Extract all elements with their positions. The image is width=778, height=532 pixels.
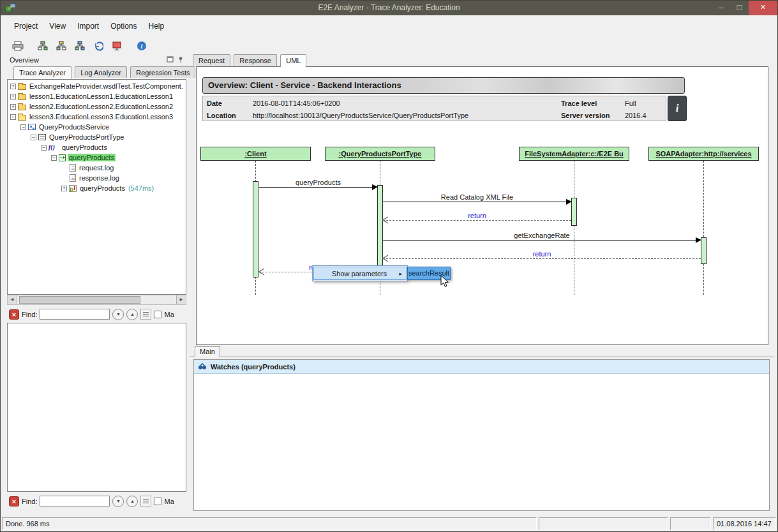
expand-icon[interactable]: + bbox=[10, 94, 16, 100]
date-value: 2016-08-01T14:45:06+0200 bbox=[253, 100, 561, 107]
collapse-icon[interactable]: − bbox=[51, 155, 57, 161]
menubar: Project View Import Options Help bbox=[1, 15, 777, 37]
log-icon bbox=[70, 164, 76, 172]
float-panel-icon[interactable] bbox=[167, 56, 174, 64]
message-return-soap[interactable]: return bbox=[383, 250, 701, 264]
diagram-info-table: Date 2016-08-01T14:45:06+0200 Trace leve… bbox=[202, 96, 666, 121]
undo-button[interactable] bbox=[90, 38, 107, 54]
tree-item[interactable]: +lesson2.EducationLesson2.EducationLesso… bbox=[8, 101, 186, 112]
lifeline-queryproductsporttype[interactable]: :QueryProductsPortType bbox=[325, 147, 435, 161]
find-options-icon[interactable] bbox=[140, 496, 151, 506]
message-read-catalog[interactable]: Read Catalog XML File bbox=[383, 193, 571, 207]
collapse-icon[interactable]: − bbox=[31, 135, 36, 140]
folder-open-icon bbox=[18, 115, 26, 121]
tree-item[interactable]: −queryProducts bbox=[8, 152, 186, 163]
expand-tree-button[interactable] bbox=[34, 38, 51, 54]
match-case-checkbox[interactable] bbox=[154, 498, 161, 505]
print-button[interactable] bbox=[10, 38, 26, 54]
activation-bar-filesystem[interactable] bbox=[571, 198, 577, 226]
profile-icon bbox=[69, 185, 77, 192]
tab-regression-tests[interactable]: Regression Tests bbox=[130, 66, 195, 78]
tree-item[interactable]: −f()queryProducts bbox=[8, 142, 186, 152]
status-segment bbox=[670, 517, 711, 530]
info-toolbar-button[interactable]: i bbox=[133, 38, 150, 54]
find-input-2[interactable] bbox=[40, 496, 110, 506]
collapse-tree-button[interactable] bbox=[53, 38, 70, 54]
lifeline-client[interactable]: :Client bbox=[200, 147, 311, 161]
find-prev-icon[interactable]: ▲ bbox=[126, 496, 138, 507]
open-arrowhead-icon bbox=[382, 255, 389, 262]
expand-icon[interactable]: + bbox=[61, 186, 67, 191]
tab-trace-analyzer[interactable]: Trace Analyzer bbox=[13, 66, 71, 79]
menu-options[interactable]: Options bbox=[105, 19, 142, 33]
collapse-icon[interactable]: − bbox=[10, 114, 16, 120]
uml-diagram-panel: Overview: Client - Service - Backend Int… bbox=[196, 66, 768, 345]
close-find-icon[interactable]: × bbox=[9, 496, 19, 506]
arrowhead-icon bbox=[696, 237, 701, 243]
tree-item-label: lesson1.EducationLesson1.EducationLesson… bbox=[28, 92, 174, 100]
tab-request[interactable]: Request bbox=[193, 54, 230, 66]
message-queryproducts[interactable]: queryProducts bbox=[259, 179, 377, 193]
watches-body bbox=[194, 374, 769, 510]
horizontal-scrollbar[interactable]: ◄ ► bbox=[7, 295, 186, 305]
find-input[interactable] bbox=[40, 309, 110, 320]
find-next-icon[interactable]: ▼ bbox=[112, 496, 124, 507]
find-next-icon[interactable]: ▼ bbox=[112, 309, 124, 320]
tab-main[interactable]: Main bbox=[195, 346, 220, 357]
screenshot-button[interactable] bbox=[108, 38, 125, 54]
expand-icon[interactable]: + bbox=[10, 104, 16, 110]
app-window: E2E Analyzer - Trace Analyzer: Education… bbox=[0, 0, 778, 532]
tree-item[interactable]: −QueryProductsService bbox=[8, 122, 186, 132]
tab-response[interactable]: Response bbox=[234, 54, 277, 66]
find-options-icon[interactable] bbox=[140, 309, 151, 320]
trace-level-value: Full bbox=[625, 100, 662, 107]
tree-item[interactable]: −lesson3.EducationLesson3.EducationLesso… bbox=[8, 112, 186, 122]
maximize-button[interactable]: □ bbox=[730, 1, 749, 15]
activation-bar-soap[interactable] bbox=[701, 237, 707, 264]
find-prev-icon[interactable]: ▲ bbox=[126, 309, 138, 320]
titlebar: E2E Analyzer - Trace Analyzer: Education… bbox=[1, 1, 777, 15]
info-button[interactable]: i bbox=[668, 96, 687, 121]
tree-item[interactable]: −QueryProductsPortType bbox=[8, 132, 186, 142]
status-datetime: 01.08.2016 14:47 bbox=[713, 517, 776, 530]
message-getexchangerate[interactable]: getExchangeRate bbox=[383, 232, 701, 246]
scroll-right-icon[interactable]: ► bbox=[176, 295, 186, 304]
tab-uml[interactable]: UML bbox=[280, 54, 306, 67]
lifeline-soapadapter[interactable]: SOAPAdapter:http://services bbox=[648, 147, 759, 161]
message-return-filesystem[interactable]: return bbox=[383, 212, 571, 226]
tab-log-analyzer[interactable]: Log Analyzer bbox=[75, 66, 127, 78]
minimize-button[interactable]: – bbox=[712, 1, 730, 15]
tree-item[interactable]: +lesson1.EducationLesson1.EducationLesso… bbox=[8, 91, 186, 101]
close-find-icon[interactable]: × bbox=[9, 309, 19, 320]
overview-tabs: Trace Analyzer Log Analyzer Regression T… bbox=[7, 66, 186, 79]
tree-item[interactable]: +queryProducts (547ms) bbox=[8, 183, 186, 193]
location-value: http://localhost:10013/QueryProductsServ… bbox=[253, 112, 561, 119]
tree-item[interactable]: request.log bbox=[8, 163, 186, 173]
menu-import[interactable]: Import bbox=[71, 19, 105, 33]
tree-item[interactable]: +ExchangeRateProvider.wsdlTest.TestCompo… bbox=[8, 81, 186, 91]
message-line bbox=[383, 240, 701, 240]
menu-view[interactable]: View bbox=[43, 19, 71, 33]
message-line bbox=[259, 187, 377, 188]
menu-project[interactable]: Project bbox=[8, 19, 43, 33]
refresh-tree-button[interactable] bbox=[71, 38, 88, 54]
arrowhead-icon bbox=[372, 184, 378, 190]
scroll-left-icon[interactable]: ◄ bbox=[8, 295, 17, 304]
collapse-icon[interactable]: − bbox=[20, 124, 26, 130]
expand-icon[interactable]: + bbox=[10, 84, 16, 89]
watches-title: Watches (queryProducts) bbox=[211, 363, 295, 371]
scrollbar-thumb[interactable] bbox=[19, 296, 140, 304]
activation-bar-client[interactable] bbox=[253, 181, 258, 277]
pin-icon[interactable] bbox=[177, 56, 184, 64]
collapse-icon[interactable]: − bbox=[41, 145, 47, 151]
menu-help[interactable]: Help bbox=[143, 19, 170, 33]
find-label: Find: bbox=[22, 498, 37, 505]
context-menu-item-show-parameters[interactable]: Show parameters ▸ bbox=[313, 267, 407, 280]
tree-item-label: ExchangeRateProvider.wsdlTest.TestCompon… bbox=[28, 82, 184, 90]
secondary-panel bbox=[7, 323, 186, 492]
close-button[interactable]: × bbox=[749, 1, 777, 15]
tree-item[interactable]: response.log bbox=[8, 173, 186, 183]
match-case-checkbox[interactable] bbox=[154, 311, 161, 318]
lifeline-filesystemadapter[interactable]: FileSystemAdapter:c:/E2E Bu bbox=[519, 147, 629, 161]
open-arrowhead-icon bbox=[258, 268, 265, 276]
